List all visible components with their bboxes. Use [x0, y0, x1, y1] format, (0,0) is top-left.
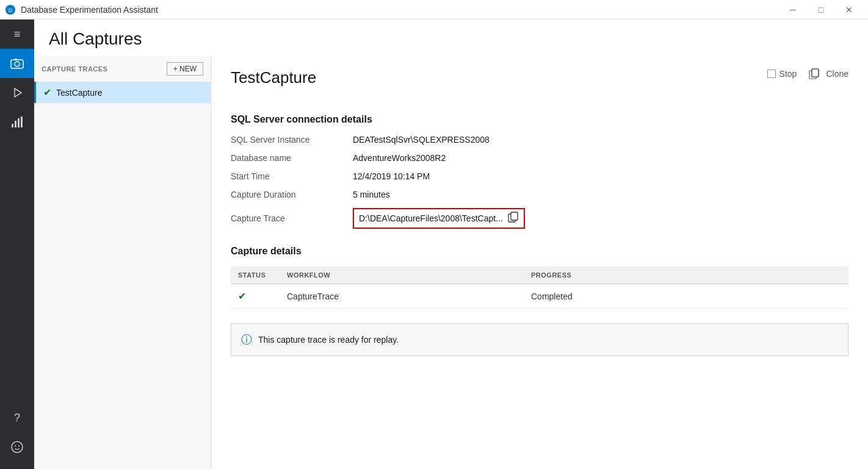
- stop-checkbox: [767, 70, 776, 78]
- row-status-icon: ✔: [238, 291, 246, 301]
- svg-point-12: [18, 445, 20, 446]
- title-bar-controls: ─ □ ✕: [779, 0, 863, 20]
- two-panel: CAPTURE TRACES + NEW ✔ TestCapture TestC…: [34, 56, 868, 469]
- svg-rect-2: [11, 60, 23, 68]
- field-grid: SQL Server Instance DEATestSqlSvr\SQLEXP…: [231, 135, 848, 229]
- field-value-starttime: 12/4/2019 10:14 PM: [353, 171, 848, 181]
- sidebar-item-feedback[interactable]: [0, 432, 34, 462]
- sidebar-top: ≡: [0, 20, 34, 403]
- clone-icon: [809, 68, 820, 79]
- field-label-dbname: Database name: [231, 153, 353, 163]
- sidebar: ≡: [0, 20, 34, 469]
- detail-actions: Stop Clone: [767, 68, 848, 79]
- sidebar-bottom: ?: [0, 403, 34, 469]
- row-progress: Completed: [524, 284, 848, 309]
- field-value-dbname: AdventureWorks2008R2: [353, 153, 848, 163]
- stop-button[interactable]: Stop: [767, 69, 797, 79]
- sidebar-item-replay[interactable]: [0, 78, 34, 107]
- field-value-trace: D:\DEA\CaptureFiles\2008\TestCapt...: [353, 208, 848, 229]
- svg-rect-6: [12, 124, 13, 127]
- field-value-duration: 5 minutes: [353, 190, 848, 199]
- capture-details-title: Capture details: [231, 246, 848, 257]
- detail-header: TestCapture Stop Clone: [231, 68, 848, 99]
- info-message: This capture trace is ready for replay.: [258, 335, 399, 345]
- file-path-box: D:\DEA\CaptureFiles\2008\TestCapt...: [353, 208, 525, 229]
- minimize-button[interactable]: ─: [779, 0, 807, 20]
- field-label-starttime: Start Time: [231, 171, 353, 181]
- maximize-button[interactable]: □: [807, 0, 835, 20]
- page-header: All Captures: [34, 20, 868, 56]
- app-icon: D: [5, 4, 16, 15]
- sidebar-item-capture[interactable]: [0, 49, 34, 78]
- info-icon: ⓘ: [241, 332, 252, 347]
- field-label-trace: Capture Trace: [231, 208, 353, 229]
- svg-marker-5: [15, 88, 21, 97]
- col-header-workflow: WORKFLOW: [280, 267, 524, 284]
- smiley-icon: [11, 441, 23, 453]
- menu-button[interactable]: ≡: [0, 20, 34, 49]
- capture-list: ✔ TestCapture: [34, 82, 211, 469]
- info-box: ⓘ This capture trace is ready for replay…: [231, 323, 848, 356]
- camera-icon: [10, 57, 24, 70]
- app-body: ≡: [0, 20, 868, 469]
- title-bar: D Database Experimentation Assistant ─ □…: [0, 0, 868, 20]
- copy-path-button[interactable]: [508, 212, 519, 225]
- list-item[interactable]: ✔ TestCapture: [34, 82, 211, 103]
- table-header-row: STATUS WORKFLOW PROGRESS: [231, 267, 848, 284]
- svg-point-3: [15, 62, 20, 66]
- analysis-icon: [10, 115, 24, 129]
- svg-rect-7: [15, 121, 16, 127]
- row-status: ✔: [231, 284, 280, 309]
- svg-text:D: D: [9, 7, 13, 13]
- title-bar-left: D Database Experimentation Assistant: [5, 4, 158, 15]
- svg-point-11: [15, 445, 16, 446]
- col-header-status: STATUS: [231, 267, 280, 284]
- sidebar-item-help[interactable]: ?: [0, 403, 34, 432]
- svg-rect-4: [15, 59, 17, 60]
- field-value-instance: DEATestSqlSvr\SQLEXPRESS2008: [353, 135, 848, 145]
- field-label-instance: SQL Server Instance: [231, 135, 353, 145]
- sidebar-item-analysis[interactable]: [0, 107, 34, 137]
- row-workflow: CaptureTrace: [280, 284, 524, 309]
- svg-rect-8: [18, 118, 20, 127]
- table-row: ✔ CaptureTrace Completed: [231, 284, 848, 309]
- new-capture-button[interactable]: + NEW: [167, 62, 203, 76]
- col-header-progress: PROGRESS: [524, 267, 848, 284]
- left-panel-header: CAPTURE TRACES + NEW: [34, 56, 211, 82]
- help-icon: ?: [14, 412, 20, 424]
- sql-section-title: SQL Server connection details: [231, 114, 848, 125]
- capture-details-table: STATUS WORKFLOW PROGRESS ✔ CaptureTrace …: [231, 267, 848, 309]
- play-icon: [10, 86, 24, 99]
- svg-point-10: [12, 442, 23, 453]
- left-panel: CAPTURE TRACES + NEW ✔ TestCapture: [34, 56, 211, 469]
- right-panel: TestCapture Stop Clone: [211, 56, 868, 469]
- field-label-duration: Capture Duration: [231, 190, 353, 199]
- capture-item-label: TestCapture: [56, 88, 102, 98]
- copy-icon-svg: [508, 212, 519, 223]
- app-title: Database Experimentation Assistant: [21, 5, 158, 15]
- clone-button[interactable]: Clone: [809, 68, 848, 79]
- close-button[interactable]: ✕: [835, 0, 863, 20]
- svg-rect-9: [21, 116, 23, 127]
- clone-label: Clone: [826, 69, 848, 79]
- stop-label: Stop: [779, 69, 797, 79]
- status-success-icon: ✔: [43, 87, 51, 98]
- hamburger-icon: ≡: [14, 28, 21, 41]
- capture-traces-label: CAPTURE TRACES: [42, 65, 107, 73]
- detail-title: TestCapture: [231, 68, 316, 87]
- svg-rect-14: [812, 69, 819, 77]
- page-title: All Captures: [49, 29, 853, 49]
- svg-rect-17: [511, 212, 518, 220]
- file-path-text: D:\DEA\CaptureFiles\2008\TestCapt...: [359, 213, 503, 223]
- content-area: All Captures CAPTURE TRACES + NEW ✔ Test…: [34, 20, 868, 469]
